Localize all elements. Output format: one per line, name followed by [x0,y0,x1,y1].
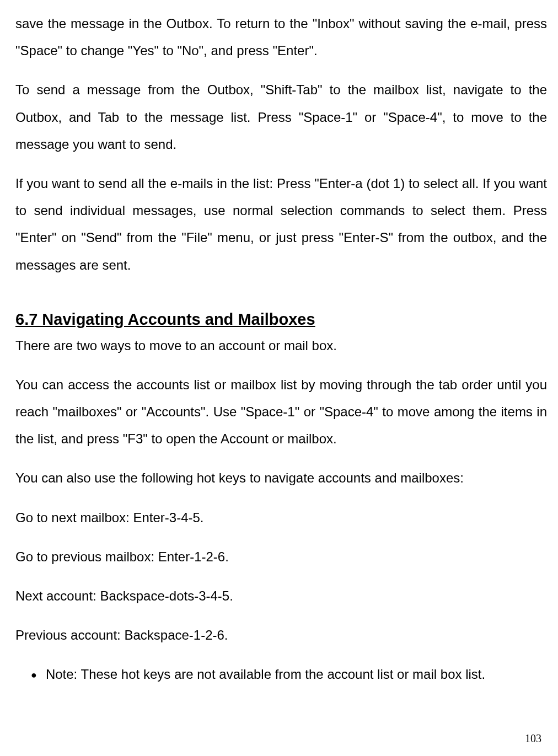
body-paragraph: Go to next mailbox: Enter-3-4-5. [15,504,547,531]
body-paragraph: If you want to send all the e-mails in t… [15,170,547,278]
section-heading: 6.7 Navigating Accounts and Mailboxes [15,310,547,329]
body-paragraph: You can also use the following hot keys … [15,464,547,491]
note-text: Note: These hot keys are not available f… [46,661,485,688]
page-number: 103 [525,732,541,745]
body-paragraph: save the message in the Outbox. To retur… [15,10,547,64]
body-paragraph: Go to previous mailbox: Enter-1-2-6. [15,543,547,570]
body-paragraph: There are two ways to move to an account… [15,332,547,359]
body-paragraph: You can access the accounts list or mail… [15,371,547,453]
body-paragraph: Next account: Backspace-dots-3-4-5. [15,582,547,609]
note-bullet-row: ● Note: These hot keys are not available… [31,661,547,688]
bullet-icon: ● [31,665,37,685]
body-paragraph: To send a message from the Outbox, "Shif… [15,76,547,158]
body-paragraph: Previous account: Backspace-1-2-6. [15,621,547,648]
